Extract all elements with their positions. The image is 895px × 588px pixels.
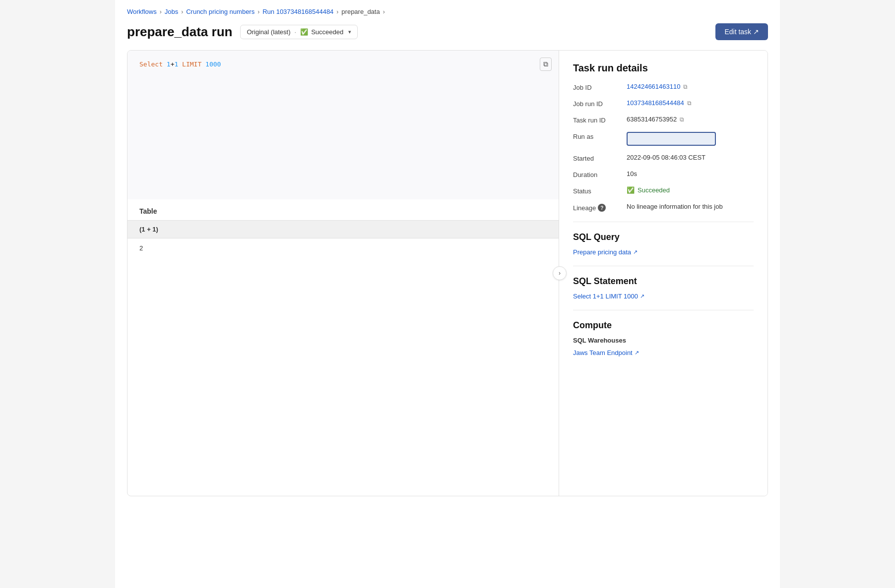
breadcrumb: Workflows › Jobs › Crunch pricing number… [127,8,768,15]
status-row: Status ✅ Succeeded [573,186,754,195]
task-run-id-copy-icon[interactable]: ⧉ [680,116,684,123]
job-id-link[interactable]: 142424661463110 [627,83,680,90]
table-row: 2 [128,238,559,258]
breadcrumb-workflows[interactable]: Workflows [127,8,157,15]
breadcrumb-sep-5: › [383,8,385,15]
duration-label: Duration [573,170,623,178]
status-label: Status [573,186,623,195]
sql-query-link[interactable]: Prepare pricing data ↗ [573,248,754,256]
lineage-help-icon[interactable]: ? [598,204,606,212]
status-success: ✅ Succeeded [627,186,670,194]
compute-title: Compute [573,320,754,331]
run-as-row: Run as [573,132,754,146]
sql-statement-title: SQL Statement [573,276,754,287]
edit-task-button[interactable]: Edit task ↗ [715,23,768,40]
compute-endpoint-link[interactable]: Jaws Team Endpoint ↗ [573,349,754,356]
status-separator: · [295,28,297,36]
divider-3 [573,310,754,310]
data-table: (1 + 1) 2 [128,220,559,258]
run-as-label: Run as [573,132,623,140]
task-run-id-text: 63853146753952 [627,116,677,123]
breadcrumb-current: prepare_data [341,8,380,15]
task-run-id-label: Task run ID [573,116,623,124]
page-title: prepare_data run [127,24,232,40]
divider-2 [573,266,754,266]
table-section: Table (1 + 1) 2 [128,199,559,258]
started-label: Started [573,154,623,162]
divider-1 [573,222,754,222]
job-id-value: 142424661463110 ⧉ [627,83,754,90]
main-layout: Select 1+1 LIMIT 1000 ⧉ › Table (1 + 1) [127,50,768,496]
job-run-id-value: 1037348168544484 ⧉ [627,99,754,107]
external-link-icon-sql-statement: ↗ [640,293,644,299]
table-header-row: (1 + 1) [128,221,559,238]
job-run-id-link[interactable]: 1037348168544484 [627,99,684,107]
sql-statement-link-text: Select 1+1 LIMIT 1000 [573,293,638,300]
breadcrumb-sep-1: › [160,8,162,15]
code-copy-button[interactable]: ⧉ [540,58,552,71]
breadcrumb-sep-3: › [257,8,259,15]
table-cell: 2 [128,238,559,258]
started-value: 2022-09-05 08:46:03 CEST [627,154,754,161]
right-panel: Task run details Job ID 142424661463110 … [559,51,767,496]
sql-query-title: SQL Query [573,232,754,242]
breadcrumb-run[interactable]: Run 1037348168544484 [262,8,333,15]
task-run-id-value: 63853146753952 ⧉ [627,116,754,123]
breadcrumb-sep-4: › [336,8,338,15]
run-as-field[interactable] [627,132,716,146]
duration-row: Duration 10s [573,170,754,178]
table-column-header: (1 + 1) [128,221,559,238]
breadcrumb-sep-2: › [181,8,183,15]
task-run-details-title: Task run details [573,62,754,74]
status-check-icon: ✅ [627,186,635,194]
status-badge-button[interactable]: Original (latest) · ✅ Succeeded ▾ [240,25,358,39]
sql-statement-link[interactable]: Select 1+1 LIMIT 1000 ↗ [573,293,754,300]
status-value: ✅ Succeeded [627,186,754,194]
job-run-id-row: Job run ID 1037348168544484 ⧉ [573,99,754,108]
job-id-copy-icon[interactable]: ⧉ [683,83,688,90]
sql-query-link-text: Prepare pricing data [573,248,631,256]
job-run-id-copy-icon[interactable]: ⧉ [687,100,692,107]
started-row: Started 2022-09-05 08:46:03 CEST [573,154,754,162]
lineage-label: Lineage ? [573,203,623,212]
code-display: Select 1+1 LIMIT 1000 [139,60,547,68]
status-version: Original (latest) [247,28,290,36]
panel-collapse-button[interactable]: › [553,266,567,280]
external-link-icon-compute: ↗ [635,350,639,356]
breadcrumb-jobs[interactable]: Jobs [165,8,178,15]
run-as-value [627,132,754,146]
table-label: Table [128,199,559,220]
page-header: prepare_data run Original (latest) · ✅ S… [127,23,768,40]
compute-endpoint-text: Jaws Team Endpoint [573,349,633,356]
task-run-id-row: Task run ID 63853146753952 ⧉ [573,116,754,124]
duration-value: 10s [627,170,754,177]
breadcrumb-workflow-name[interactable]: Crunch pricing numbers [186,8,255,15]
job-run-id-label: Job run ID [573,99,623,108]
code-area: Select 1+1 LIMIT 1000 ⧉ [128,51,559,199]
left-panel: Select 1+1 LIMIT 1000 ⧉ › Table (1 + 1) [128,51,559,496]
job-id-label: Job ID [573,83,623,91]
job-id-row: Job ID 142424661463110 ⧉ [573,83,754,91]
lineage-value: No lineage information for this job [627,203,754,210]
page-header-left: prepare_data run Original (latest) · ✅ S… [127,24,358,40]
chevron-down-icon: ▾ [348,29,351,35]
lineage-row: Lineage ? No lineage information for thi… [573,203,754,212]
status-success-text: Succeeded [638,186,670,194]
compute-subtitle: SQL Warehouses [573,337,754,344]
status-text: Succeeded [311,28,343,36]
success-check-icon: ✅ [300,28,308,36]
external-link-icon-sql-query: ↗ [633,249,638,255]
